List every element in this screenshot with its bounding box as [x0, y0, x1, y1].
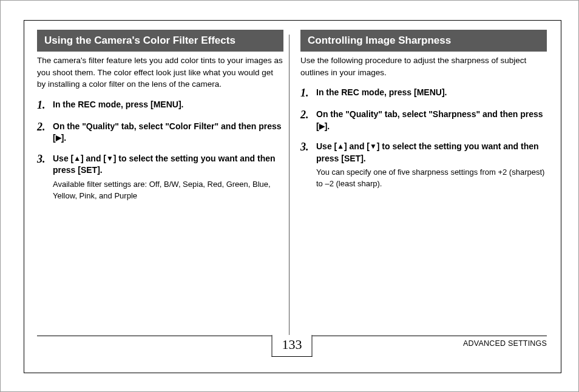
step-body: In the REC mode, press [MENU].	[53, 99, 283, 112]
step-title: Use [▲] and [▼] to select the setting yo…	[316, 141, 539, 163]
step-number: 2.	[37, 121, 48, 144]
step-title-pre: Use [	[316, 141, 337, 151]
page-number: 133	[282, 337, 302, 352]
step-note: Available filter settings are: Off, B/W,…	[53, 179, 283, 202]
step-number: 3.	[300, 141, 311, 190]
up-triangle-icon: ▲	[73, 154, 81, 164]
step-title: In the REC mode, press [MENU].	[316, 87, 447, 97]
step-body: On the "Quality" tab, select "Sharpness"…	[316, 109, 547, 132]
section-heading-right: Controlling Image Sharpness	[300, 30, 547, 52]
intro-text-right: Use the following procedure to adjust th…	[300, 55, 547, 78]
section-label: ADVANCED SETTINGS	[463, 339, 547, 348]
step-number: 2.	[300, 109, 311, 132]
step-title-pre: On the "Quality" tab, select "Sharpness"…	[316, 109, 543, 131]
steps-list-right: 1. In the REC mode, press [MENU]. 2. On …	[300, 87, 547, 190]
step-number: 1.	[300, 87, 311, 100]
step-title: Use [▲] and [▼] to select the setting yo…	[53, 154, 276, 175]
step-title-pre: On the "Quality" tab, select "Color Filt…	[53, 121, 282, 143]
step-body: In the REC mode, press [MENU].	[316, 87, 547, 100]
step-body: Use [▲] and [▼] to select the setting yo…	[53, 153, 283, 202]
up-triangle-icon: ▲	[337, 141, 344, 152]
step-title-mid: ] and [	[344, 141, 370, 151]
left-column: Using the Camera's Color Filter Effects …	[37, 30, 283, 331]
page-number-box: 133	[272, 335, 313, 357]
step-title-post: ].	[325, 121, 330, 131]
step-body: On the "Quality" tab, select "Color Filt…	[53, 121, 283, 144]
down-triangle-icon: ▼	[370, 141, 377, 152]
right-triangle-icon: ▶	[319, 121, 325, 132]
step-item: 1. In the REC mode, press [MENU].	[300, 87, 547, 100]
step-title-pre: Use [	[53, 154, 73, 163]
right-column: Controlling Image Sharpness Use the foll…	[300, 30, 547, 331]
steps-list-left: 1. In the REC mode, press [MENU]. 2. On …	[37, 99, 283, 202]
step-number: 1.	[37, 99, 48, 112]
step-title-post: ].	[61, 133, 67, 143]
down-triangle-icon: ▼	[106, 154, 113, 164]
step-item: 3. Use [▲] and [▼] to select the setting…	[300, 141, 547, 190]
step-title-mid: ] and [	[81, 154, 106, 163]
step-item: 2. On the "Quality" tab, select "Color F…	[37, 121, 283, 144]
step-note: You can specify one of five sharpness se…	[316, 167, 547, 190]
step-title: On the "Quality" tab, select "Sharpness"…	[316, 109, 543, 131]
step-item: 3. Use [▲] and [▼] to select the setting…	[37, 153, 283, 202]
step-number: 3.	[37, 153, 48, 202]
step-title: In the REC mode, press [MENU].	[53, 100, 183, 109]
manual-page: Using the Camera's Color Filter Effects …	[0, 0, 579, 392]
right-triangle-icon: ▶	[56, 133, 61, 143]
step-item: 1. In the REC mode, press [MENU].	[37, 99, 283, 112]
page-footer: 133 ADVANCED SETTINGS	[37, 336, 547, 360]
intro-text-left: The camera's filter feature lets you add…	[37, 55, 283, 90]
step-body: Use [▲] and [▼] to select the setting yo…	[316, 141, 547, 190]
section-heading-left: Using the Camera's Color Filter Effects	[37, 30, 283, 52]
step-item: 2. On the "Quality" tab, select "Sharpne…	[300, 109, 547, 132]
page-content: Using the Camera's Color Filter Effects …	[37, 30, 547, 331]
step-title: On the "Quality" tab, select "Color Filt…	[53, 121, 282, 143]
